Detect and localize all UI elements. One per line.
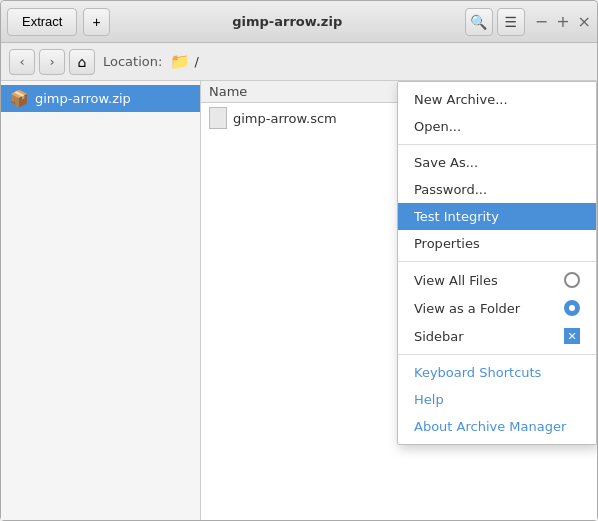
location-path: 📁 /: [170, 52, 198, 71]
back-button[interactable]: ‹: [9, 49, 35, 75]
radio-view-as-folder: [564, 300, 580, 316]
radio-view-all-files: [564, 272, 580, 288]
search-icon: 🔍: [470, 14, 487, 30]
menu-item-label: View All Files: [414, 273, 498, 288]
menu-button[interactable]: ☰: [497, 8, 525, 36]
dropdown-menu: New Archive... Open... Save As... Passwo…: [397, 81, 597, 445]
menu-item-sidebar[interactable]: Sidebar ✕: [398, 322, 596, 350]
file-name: gimp-arrow.scm: [233, 111, 337, 126]
forward-icon: ›: [49, 54, 54, 69]
folder-icon: 📁: [170, 52, 190, 71]
file-icon: [209, 107, 227, 129]
menu-item-label: Help: [414, 392, 444, 407]
menu-item-label: Save As...: [414, 155, 478, 170]
window-title: gimp-arrow.zip: [116, 14, 459, 29]
menu-separator-3: [398, 354, 596, 355]
menu-item-save-as[interactable]: Save As...: [398, 149, 596, 176]
menu-item-label: Properties: [414, 236, 480, 251]
close-button[interactable]: ×: [578, 14, 591, 30]
checkbox-sidebar: ✕: [564, 328, 580, 344]
forward-button[interactable]: ›: [39, 49, 65, 75]
titlebar: Extract + gimp-arrow.zip 🔍 ☰ − + ×: [1, 1, 597, 43]
new-tab-button[interactable]: +: [83, 8, 109, 36]
titlebar-controls: 🔍 ☰ − + ×: [465, 8, 591, 36]
locationbar: ‹ › ⌂ Location: 📁 /: [1, 43, 597, 81]
menu-item-label: Keyboard Shortcuts: [414, 365, 541, 380]
maximize-button[interactable]: +: [556, 14, 569, 30]
hamburger-icon: ☰: [505, 14, 518, 30]
menu-item-test-integrity[interactable]: Test Integrity: [398, 203, 596, 230]
menu-item-label: Open...: [414, 119, 461, 134]
menu-item-label: View as a Folder: [414, 301, 520, 316]
home-button[interactable]: ⌂: [69, 49, 95, 75]
archive-icon: 📦: [9, 89, 29, 108]
extract-button[interactable]: Extract: [7, 8, 77, 36]
menu-separator-2: [398, 261, 596, 262]
menu-separator-1: [398, 144, 596, 145]
menu-item-label: Sidebar: [414, 329, 464, 344]
menu-item-view-as-folder[interactable]: View as a Folder: [398, 294, 596, 322]
back-icon: ‹: [19, 54, 24, 69]
menu-item-about[interactable]: About Archive Manager: [398, 413, 596, 440]
menu-item-new-archive[interactable]: New Archive...: [398, 86, 596, 113]
search-button[interactable]: 🔍: [465, 8, 493, 36]
home-icon: ⌂: [78, 54, 87, 70]
menu-item-password[interactable]: Password...: [398, 176, 596, 203]
menu-item-open[interactable]: Open...: [398, 113, 596, 140]
location-label: Location:: [103, 54, 162, 69]
path-text: /: [194, 54, 198, 69]
minimize-button[interactable]: −: [535, 14, 548, 30]
sidebar-item-archive[interactable]: 📦 gimp-arrow.zip: [1, 85, 200, 112]
menu-item-label: New Archive...: [414, 92, 508, 107]
menu-item-help[interactable]: Help: [398, 386, 596, 413]
menu-item-properties[interactable]: Properties: [398, 230, 596, 257]
menu-item-label: Test Integrity: [414, 209, 499, 224]
menu-item-label: Password...: [414, 182, 487, 197]
window-buttons: − + ×: [535, 14, 591, 30]
menu-item-view-all-files[interactable]: View All Files: [398, 266, 596, 294]
main-area: 📦 gimp-arrow.zip Name Siz gimp-arrow.scm…: [1, 81, 597, 520]
sidebar: 📦 gimp-arrow.zip: [1, 81, 201, 520]
sidebar-item-label: gimp-arrow.zip: [35, 91, 131, 106]
menu-item-label: About Archive Manager: [414, 419, 566, 434]
menu-item-keyboard-shortcuts[interactable]: Keyboard Shortcuts: [398, 359, 596, 386]
app-window: Extract + gimp-arrow.zip 🔍 ☰ − + × ‹ › ⌂: [0, 0, 598, 521]
